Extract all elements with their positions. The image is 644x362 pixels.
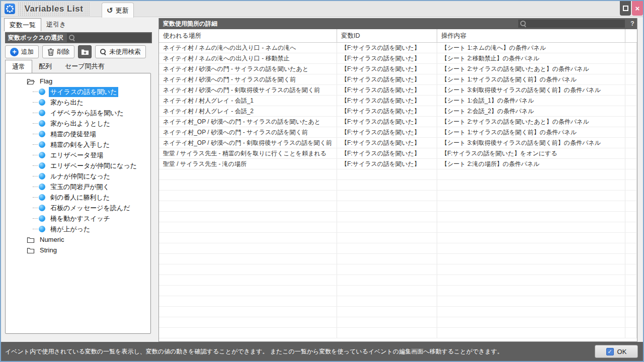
flag-icon — [39, 120, 45, 127]
table-row[interactable]: 聖堂 / サイラス先生 - 滝の場所【F:サイラスの話を聞いた】【シート 2:滝… — [159, 159, 637, 169]
tree-item[interactable]: 家から出ようとした — [6, 118, 150, 129]
flag-icon — [39, 194, 45, 201]
table-cell — [437, 328, 625, 338]
tree-item[interactable]: 精霊の使徒登場 — [6, 129, 150, 139]
table-cell — [625, 212, 637, 222]
table-row[interactable]: ネイテイ村 / 砂漠への門 - サイラスの話を聞く前【F:サイラスの話を聞いた】… — [159, 74, 637, 85]
delete-button[interactable]: 削除 — [42, 45, 74, 58]
table-cell — [159, 212, 337, 222]
tree-item[interactable]: 石板のメッセージを読んだ — [6, 203, 150, 213]
table-cell: 【シート 2:滝の場所】の条件パネル — [437, 159, 625, 169]
tree-item[interactable]: 橋を動かすスイッチ — [6, 213, 150, 224]
usage-search-input[interactable] — [518, 20, 625, 28]
table-row[interactable]: ネイテイ村_OP / 砂漠への門 - サイラスの話を聞いたあと【F:サイラスの話… — [159, 117, 637, 127]
tree-connector — [33, 144, 38, 145]
table-cell: 【F:サイラスの話を聞いた】 — [337, 74, 437, 84]
table-row[interactable]: ネイテイ村 / 砂漠への門 - サイラスの話を聞いたあと【F:サイラスの話を聞い… — [159, 64, 637, 74]
table-cell — [625, 286, 637, 296]
table-row[interactable]: ネイテイ村 / ネムの滝への出入り口 - 移動禁止【F:サイラスの話を聞いた】【… — [159, 53, 637, 64]
table-cell: 【シート 1:ネムの滝へ】の条件パネル — [437, 43, 625, 53]
update-button-label: 更新 — [116, 6, 129, 15]
add-folder-button[interactable] — [78, 45, 92, 58]
help-button[interactable]: ? — [628, 20, 637, 27]
table-cell: ネイテイ村 / 村人グレイ - 会話_1 — [159, 96, 337, 106]
table-cell: 【F:サイラスの話を聞いた】 — [337, 138, 437, 148]
tree-item[interactable]: エリザベータが仲間になった — [6, 160, 150, 171]
maximize-button[interactable] — [620, 1, 631, 16]
table-row[interactable]: ネイテイ村 / 村人グレイ - 会話_2【F:サイラスの話を聞いた】【シート 2… — [159, 106, 637, 117]
tree-item-label: 橋が上がった — [49, 224, 92, 234]
tree-item[interactable]: 橋が上がった — [6, 224, 150, 234]
table-row-empty — [159, 286, 637, 296]
tab-reverse-lookup[interactable]: 逆引き — [41, 18, 71, 31]
table-cell — [437, 201, 625, 211]
tree-item[interactable]: イザベラから話を聞いた — [6, 108, 150, 118]
table-cell — [337, 191, 437, 201]
tree-folder-numeric[interactable]: Numeric — [6, 234, 150, 245]
table-cell — [159, 317, 337, 327]
table-cell — [437, 275, 625, 285]
tree-item[interactable]: サイラスの話を聞いた — [6, 86, 150, 97]
usage-detail-title: 変数使用箇所の詳細 — [163, 20, 518, 28]
tree-connector — [33, 218, 38, 219]
tree-item[interactable]: 宝玉の間岩戸が開く — [6, 182, 150, 192]
add-button[interactable]: + 追加 — [5, 45, 39, 58]
column-header-variable-id[interactable]: 変数ID — [337, 29, 437, 42]
tree-item[interactable]: ルナが仲間になった — [6, 171, 150, 182]
tree-item[interactable]: 剣の番人に勝利した — [6, 192, 150, 203]
table-cell — [159, 275, 337, 285]
tree-connector — [33, 165, 38, 166]
table-row[interactable]: ネイテイ村 / 砂漠への門 - 剣取得後サイラスの話を聞く前【F:サイラスの話を… — [159, 85, 637, 96]
tree-item-label: 橋を動かすスイッチ — [49, 214, 112, 224]
table-cell — [159, 296, 337, 306]
search-icon — [69, 35, 75, 41]
table-row-empty — [159, 233, 637, 243]
flag-icon — [39, 162, 45, 169]
table-cell — [437, 169, 625, 179]
update-button[interactable]: ↺ 更新 — [102, 3, 134, 18]
tab-save-shared-label: セーブ間共有 — [65, 62, 105, 70]
column-header-operation[interactable]: 操作内容 — [437, 29, 625, 42]
table-cell — [337, 180, 437, 190]
table-cell: 【F:サイラスの話を聞いた】 — [337, 64, 437, 74]
unused-search-button[interactable]: 未使用検索 — [95, 45, 146, 58]
table-cell — [159, 233, 337, 243]
tab-normal[interactable]: 通常 — [5, 60, 32, 73]
tab-save-shared[interactable]: セーブ間共有 — [58, 60, 111, 73]
table-cell: ネイテイ村 / ネムの滝への出入り口 - 移動禁止 — [159, 53, 337, 63]
table-row[interactable]: ネイテイ村_OP / 砂漠への門 - 剣取得後サイラスの話を聞く前【F:サイラス… — [159, 138, 637, 148]
tab-array[interactable]: 配列 — [32, 60, 58, 73]
search-icon — [520, 21, 527, 27]
tree-folder-string[interactable]: String — [6, 245, 150, 255]
ok-button[interactable]: OK — [595, 345, 638, 358]
tree-connector — [33, 176, 38, 176]
tree-item[interactable]: エリザベータ登場 — [6, 150, 150, 160]
table-row[interactable]: ネイテイ村 / 村人グレイ - 会話_1【F:サイラスの話を聞いた】【シート 1… — [159, 96, 637, 106]
tree-item-label: String — [38, 246, 58, 254]
table-cell — [625, 43, 637, 53]
table-row[interactable]: ネイテイ村_OP / 砂漠への門 - サイラスの話を聞く前【F:サイラスの話を聞… — [159, 127, 637, 138]
tree-connector — [33, 155, 38, 155]
status-bar: イベント内で使用されている変数の一覧を表示し、変数の値の動きを確認することができ… — [1, 342, 643, 361]
tree-item[interactable]: 精霊の剣を入手した — [6, 139, 150, 150]
table-cell: 【F:サイラスの話を聞いた】をオンにする — [437, 148, 625, 158]
left-toolbar: + 追加 削除 — [5, 45, 146, 58]
tree-item[interactable]: 家から出た — [6, 97, 150, 108]
tab-variable-list[interactable]: 変数一覧 — [4, 18, 41, 31]
table-cell — [159, 307, 337, 317]
table-cell: 【F:サイラスの話を聞いた】 — [337, 127, 437, 137]
close-button[interactable]: × — [632, 1, 643, 16]
column-header-location[interactable]: 使われる場所 — [159, 29, 337, 42]
table-row[interactable]: 聖堂 / サイラス先生 - 精霊の剣を取りに行くことを頼まれる【F:サイラスの話… — [159, 148, 637, 159]
tree-folder-flag[interactable]: Flag — [6, 76, 150, 86]
table-cell — [337, 212, 437, 222]
table-row-empty — [159, 254, 637, 264]
table-cell — [625, 85, 637, 95]
table-cell — [437, 264, 625, 275]
table-cell: 聖堂 / サイラス先生 - 滝の場所 — [159, 159, 337, 169]
table-cell — [625, 201, 637, 211]
table-row[interactable]: ネイテイ村 / ネムの滝への出入り口 - ネムの滝へ【F:サイラスの話を聞いた】… — [159, 43, 637, 53]
table-cell — [625, 317, 637, 327]
variable-box-search-input[interactable] — [67, 33, 151, 42]
table-cell — [625, 254, 637, 264]
